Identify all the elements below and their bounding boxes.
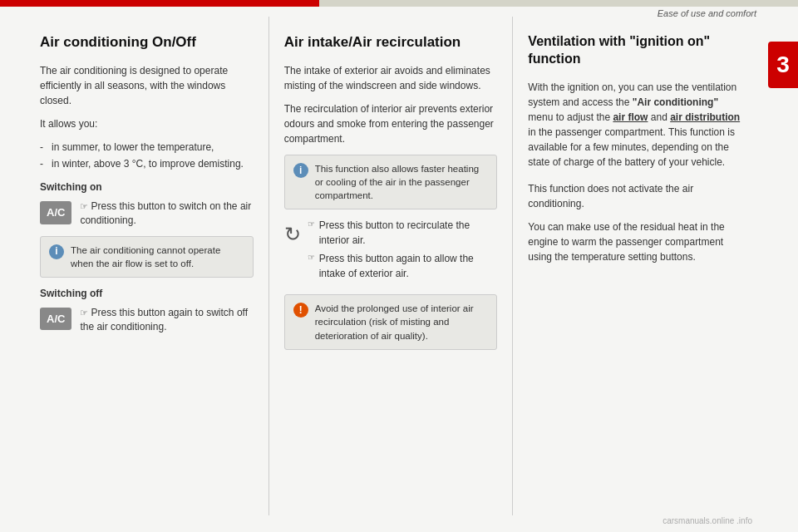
col3-para1c: and [651,111,667,123]
col2-info-text: This function also allows faster heating… [315,162,489,202]
col2-para1: The intake of exterior air avoids and el… [284,63,498,93]
col3-bold2: air flow [613,111,648,123]
col3-bold3: air distribution [670,111,740,123]
col3-title: Ventilation with "ignition on" function [528,33,741,68]
chapter-number: 3 [776,52,790,77]
col-air-intake: Air intake/Air recirculation The intake … [268,17,513,515]
ac-off-text: Press this button again to switch off th… [80,306,253,334]
ac-off-button[interactable]: A/C [40,308,71,331]
col3-para2: This function does not activate the air … [528,181,741,211]
watermark: carsmanuals.online .info [663,516,752,525]
col1-intro2: It allows you: [40,116,254,131]
col-ventilation: Ventilation with "ignition on" function … [512,17,756,515]
ac-off-row: A/C Press this button again to switch of… [40,306,254,334]
col1-bullet-1: in summer, to lower the temperature, [40,140,254,155]
col2-title: Air intake/Air recirculation [284,33,498,52]
recirc-bullet-1: Press this button to recirculate the int… [308,218,498,248]
col3-para1b: menu to adjust the [528,111,610,123]
switching-on-label: Switching on [40,180,254,195]
col2-info-box: i This function also allows faster heati… [284,155,498,209]
col3-bold1: "Air conditioning" [633,96,718,108]
col2-body: The intake of exterior air avoids and el… [284,63,498,350]
main-content: Air conditioning On/Off The air conditio… [25,17,756,515]
col3-para3: You can make use of the residual heat in… [528,219,741,264]
col1-info-box: i The air conditioning cannot operate wh… [40,236,254,278]
col2-para2: The recirculation of interior air preven… [284,101,498,146]
col1-title: Air conditioning On/Off [40,33,254,52]
col1-body: The air conditioning is designed to oper… [40,63,254,333]
warn-icon: ! [293,303,308,318]
info-icon-1: i [49,244,64,259]
col2-warn-text: Avoid the prolonged use of interior air … [315,302,489,342]
ac-on-button[interactable]: A/C [40,201,71,224]
ac-on-row: A/C Press this button to switch on the a… [40,200,254,228]
recirc-bullets: Press this button to recirculate the int… [308,218,498,284]
switching-off-label: Switching off [40,286,254,301]
col1-intro1: The air conditioning is designed to oper… [40,63,254,108]
col-air-conditioning: Air conditioning On/Off The air conditio… [25,17,268,515]
recirc-row: ↻ Press this button to recirculate the i… [284,218,498,284]
col3-para1d: in the passenger compartment. This funct… [528,126,735,168]
col1-bullet-2: in winter, above 3 °C, to improve demist… [40,156,254,171]
top-decorative-bar [0,0,798,7]
col3-body: With the ignition on, you can use the ve… [528,80,741,264]
ac-on-text: Press this button to switch on the air c… [80,200,253,228]
col2-warn-box: ! Avoid the prolonged use of interior ai… [284,294,498,349]
chapter-tab: 3 [768,42,798,88]
recirc-bullet-2: Press this button again to allow the int… [308,251,498,281]
col3-para1: With the ignition on, you can use the ve… [528,80,741,170]
info-icon-2: i [293,163,308,178]
col1-info-text: The air conditioning cannot operate when… [71,244,244,270]
recirculation-icon: ↻ [284,219,301,249]
col1-bullets: in summer, to lower the temperature, in … [40,140,254,171]
